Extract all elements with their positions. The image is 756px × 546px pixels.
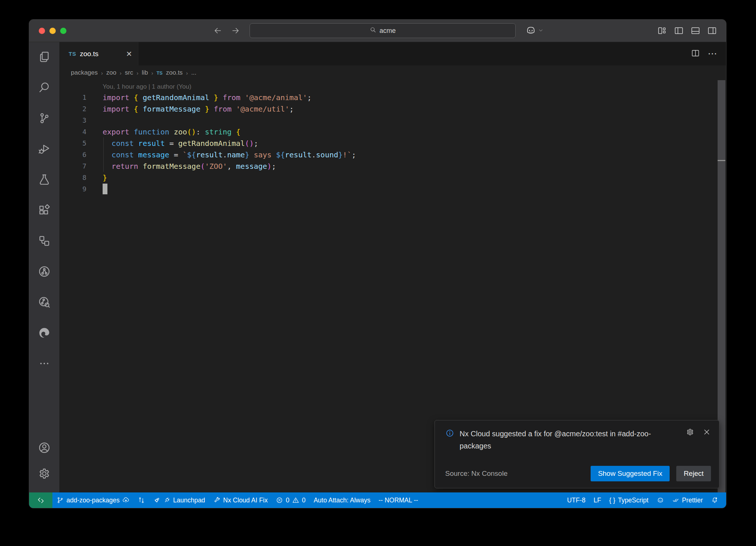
- warnings-icon: [292, 496, 299, 504]
- minimize-window-button[interactable]: [49, 28, 56, 34]
- status-auto-attach[interactable]: Auto Attach: Always: [310, 492, 375, 508]
- activity-search[interactable]: [34, 78, 55, 99]
- toggle-secondary-sidebar-button[interactable]: [707, 25, 717, 37]
- activity-accounts[interactable]: [34, 438, 55, 459]
- notification-settings-gear-icon[interactable]: [686, 428, 694, 438]
- breadcrumb-separator-icon: ›: [137, 70, 138, 76]
- remote-icon: [37, 496, 45, 504]
- status-bar: add-zoo-packagesLaunchpadNx Cloud AI Fix…: [29, 492, 726, 508]
- copilot-icon: [525, 25, 536, 37]
- code-line-6[interactable]: 6 const message = `${result.name} says $…: [60, 149, 726, 160]
- breadcrumb-item-file[interactable]: zoo.ts: [166, 69, 183, 76]
- source-control-icon: [38, 112, 51, 126]
- status-language-mode[interactable]: { }TypeScript: [605, 492, 652, 508]
- status-commit-graph[interactable]: [134, 492, 149, 508]
- commit-graph-icon: [138, 496, 145, 504]
- maximize-window-button[interactable]: [60, 28, 66, 34]
- line-number: 8: [60, 174, 86, 181]
- activity-run-debug[interactable]: [34, 139, 55, 160]
- search-icon: [370, 26, 377, 35]
- toggle-panel-button[interactable]: [690, 25, 701, 37]
- breadcrumb-item-packages[interactable]: packages: [71, 69, 98, 76]
- activity-project-graph[interactable]: [34, 262, 55, 283]
- activity-extensions[interactable]: [34, 201, 55, 221]
- activity-explorer[interactable]: [34, 47, 55, 68]
- search-icon: [38, 81, 51, 96]
- forward-arrow-icon[interactable]: [231, 25, 240, 37]
- close-tab-button[interactable]: ✕: [126, 50, 132, 58]
- code-line-7[interactable]: 7 return formatMessage('ZOO', message);: [60, 160, 726, 172]
- activity-source-control[interactable]: [34, 109, 55, 129]
- show-suggested-fix-button[interactable]: Show Suggested Fix: [591, 466, 670, 481]
- typescript-file-icon: TS: [69, 51, 76, 57]
- title-bar: acme: [29, 20, 726, 42]
- graph-search-icon: [38, 296, 51, 310]
- tab-zoo-ts[interactable]: TS zoo.ts ✕: [60, 42, 138, 65]
- command-center-search[interactable]: acme: [250, 23, 516, 38]
- notification-close-icon[interactable]: [702, 428, 711, 438]
- reject-button[interactable]: Reject: [676, 466, 711, 481]
- code-line-4[interactable]: 4export function zoo(): string {: [60, 126, 726, 137]
- status-encoding[interactable]: UTF-8: [563, 492, 590, 508]
- breadcrumb-item-src[interactable]: src: [125, 69, 133, 76]
- code-line-5[interactable]: 5 const result = getRandomAnimal();: [60, 137, 726, 149]
- activity-more[interactable]: [34, 354, 55, 375]
- status-copilot-status[interactable]: [653, 492, 668, 508]
- activity-edge-tools[interactable]: [34, 323, 55, 344]
- code-line-9[interactable]: 9: [60, 183, 726, 195]
- status-formatter[interactable]: Prettier: [668, 492, 707, 508]
- git-branch-icon: [56, 496, 64, 504]
- code-line-8[interactable]: 8}: [60, 172, 726, 183]
- errors-icon: [276, 496, 283, 504]
- git-blame-annotation: You, 1 hour ago | 1 author (You): [103, 83, 191, 90]
- nx-console-icon: [38, 234, 51, 249]
- code-line-3[interactable]: 3: [60, 115, 726, 126]
- info-icon: [445, 428, 454, 439]
- breadcrumb-overflow[interactable]: ...: [191, 69, 196, 76]
- notification-source: Source: Nx Console: [445, 470, 508, 478]
- line-number: 3: [60, 116, 86, 124]
- branch-name: add-zoo-packages: [66, 496, 120, 504]
- line-number: 6: [60, 151, 86, 158]
- status-nx-cloud-ai-fix[interactable]: Nx Cloud AI Fix: [209, 492, 272, 508]
- activity-settings[interactable]: [34, 464, 55, 485]
- bell-icon: [711, 496, 718, 504]
- code-line-1[interactable]: 1import { getRandomAnimal } from '@acme/…: [60, 92, 726, 103]
- typescript-file-icon: TS: [157, 70, 163, 76]
- status-vim-mode[interactable]: -- NORMAL --: [374, 492, 422, 508]
- wrench-icon: [213, 496, 221, 504]
- status-problems[interactable]: 00: [272, 492, 309, 508]
- more-icon: [38, 357, 51, 372]
- language-label: TypeScript: [618, 496, 649, 504]
- status-remote-indicator[interactable]: [29, 492, 52, 508]
- chevron-down-icon: [538, 27, 544, 35]
- activity-nx-console[interactable]: [34, 231, 55, 252]
- search-value: acme: [379, 27, 396, 35]
- plug-icon: [163, 496, 171, 504]
- breadcrumb-item-zoo[interactable]: zoo: [106, 69, 116, 76]
- code-line-2[interactable]: 2import { formatMessage } from '@acme/ut…: [60, 103, 726, 115]
- notification-toast: Nx Cloud suggested a fix for @acme/zoo:t…: [434, 420, 719, 488]
- more-actions-button[interactable]: ⋯: [708, 48, 718, 59]
- status-eol[interactable]: LF: [590, 492, 605, 508]
- status-launchpad[interactable]: Launchpad: [149, 492, 209, 508]
- activity-graph-search[interactable]: [34, 293, 55, 313]
- breadcrumb: packages›zoo›src›lib›TSzoo.ts›...: [60, 65, 726, 80]
- toggle-primary-sidebar-button[interactable]: [674, 25, 684, 37]
- notification-message: Nx Cloud suggested a fix for @acme/zoo:t…: [460, 428, 666, 452]
- line-number: 4: [60, 128, 86, 136]
- history-navigation: [213, 25, 240, 37]
- double-check-icon: [672, 496, 680, 504]
- braces-icon: { }: [609, 496, 615, 504]
- auto-attach-label: Auto Attach: Always: [314, 496, 371, 504]
- copilot-menu-button[interactable]: [525, 25, 544, 37]
- split-editor-button[interactable]: [691, 48, 700, 59]
- close-window-button[interactable]: [39, 28, 45, 34]
- customize-layout-button[interactable]: [657, 25, 667, 37]
- status-notifications[interactable]: [707, 492, 722, 508]
- activity-testing[interactable]: [34, 170, 55, 191]
- back-arrow-icon[interactable]: [213, 25, 223, 37]
- project-graph-icon: [38, 265, 51, 280]
- breadcrumb-item-lib[interactable]: lib: [142, 69, 148, 76]
- status-git-branch[interactable]: add-zoo-packages: [52, 492, 134, 508]
